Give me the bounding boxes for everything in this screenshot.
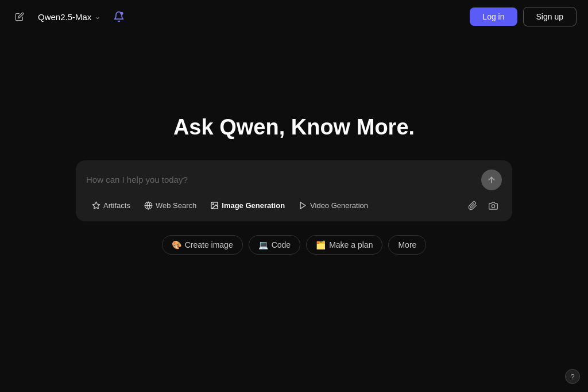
- header-left: Qwen2.5-Max ⌄: [11, 9, 127, 25]
- more-label: More: [398, 240, 416, 249]
- make-a-plan-label: Make a plan: [329, 240, 373, 249]
- attach-icon[interactable]: [464, 197, 481, 214]
- toolbar-left: Artifacts Web Search: [86, 198, 374, 213]
- suggestions-row: 🎨 Create image 💻 Code 🗂️ Make a plan Mor…: [162, 235, 427, 255]
- svg-point-8: [492, 205, 494, 207]
- svg-marker-2: [92, 202, 100, 209]
- help-label: ?: [570, 372, 574, 381]
- main-content: Ask Qwen, Know More. Artifacts: [0, 0, 588, 392]
- create-image-label: Create image: [185, 240, 233, 249]
- toolbar-web-search-label: Web Search: [156, 201, 196, 210]
- toolbar-web-search-button[interactable]: Web Search: [138, 198, 202, 213]
- toolbar-video-generation-button[interactable]: Video Generation: [293, 198, 374, 213]
- chat-input[interactable]: [86, 175, 461, 185]
- toolbar-right: [464, 197, 502, 214]
- code-label: Code: [272, 240, 291, 249]
- edit-icon[interactable]: [11, 9, 28, 25]
- toolbar-image-generation-label: Image Generation: [222, 201, 285, 210]
- header-right: Log in Sign up: [470, 7, 577, 26]
- signup-button[interactable]: Sign up: [523, 7, 577, 26]
- camera-icon[interactable]: [485, 197, 502, 214]
- suggestion-more[interactable]: More: [388, 235, 426, 255]
- suggestion-code[interactable]: 💻 Code: [249, 235, 300, 255]
- make-a-plan-emoji: 🗂️: [316, 240, 326, 249]
- page-headline: Ask Qwen, Know More.: [173, 115, 415, 140]
- notification-bell-icon[interactable]: [111, 9, 127, 25]
- toolbar-artifacts-button[interactable]: Artifacts: [86, 198, 136, 213]
- svg-point-0: [121, 12, 123, 15]
- model-name: Qwen2.5-Max: [38, 12, 91, 22]
- header: Qwen2.5-Max ⌄ Log in Sign up: [0, 0, 588, 33]
- toolbar: Artifacts Web Search: [86, 197, 502, 214]
- help-button[interactable]: ?: [565, 369, 580, 384]
- chevron-down-icon: ⌄: [95, 13, 100, 21]
- toolbar-video-generation-label: Video Generation: [310, 201, 368, 210]
- svg-point-6: [213, 203, 214, 205]
- model-selector[interactable]: Qwen2.5-Max ⌄: [33, 10, 105, 24]
- send-button[interactable]: [481, 170, 502, 190]
- input-row: [86, 170, 502, 190]
- toolbar-image-generation-button[interactable]: Image Generation: [204, 198, 291, 213]
- svg-marker-7: [300, 202, 305, 209]
- chat-input-container: Artifacts Web Search: [76, 160, 512, 221]
- create-image-emoji: 🎨: [172, 240, 181, 249]
- login-button[interactable]: Log in: [470, 7, 517, 26]
- suggestion-create-image[interactable]: 🎨 Create image: [162, 235, 243, 255]
- toolbar-artifacts-label: Artifacts: [103, 201, 130, 210]
- code-emoji: 💻: [258, 240, 268, 249]
- suggestion-make-a-plan[interactable]: 🗂️ Make a plan: [306, 235, 382, 255]
